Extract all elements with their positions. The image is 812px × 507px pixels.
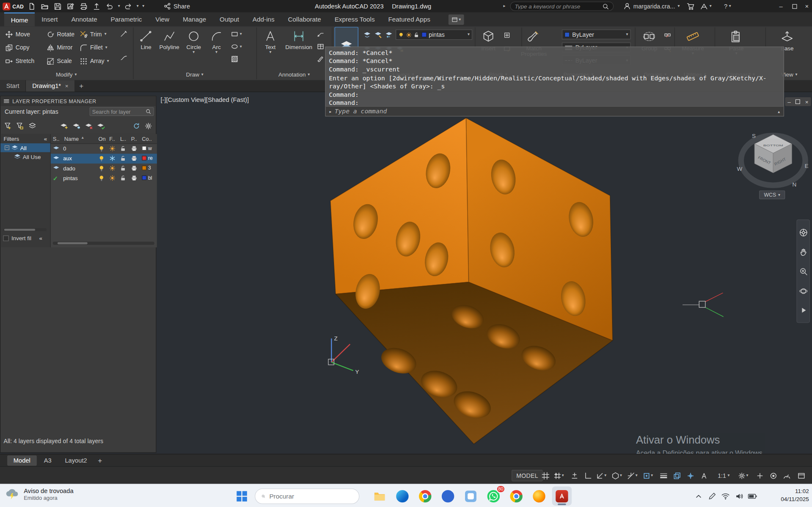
layer-row-aux[interactable]: aux re bbox=[51, 153, 157, 163]
tab-view[interactable]: View bbox=[149, 12, 176, 26]
dimension-button[interactable]: Dimension bbox=[284, 27, 314, 68]
object-snap-tracking-toggle[interactable]: ▾ bbox=[627, 470, 638, 481]
taskbar-chrome[interactable] bbox=[416, 486, 435, 505]
freeze-sun-icon[interactable] bbox=[109, 145, 116, 152]
checkbox-icon[interactable] bbox=[3, 235, 8, 241]
graphics-performance-toggle[interactable] bbox=[781, 470, 793, 481]
leader-tool-icon[interactable] bbox=[316, 30, 325, 39]
array-button[interactable]: Array▾ bbox=[79, 56, 110, 66]
tab-collaborate[interactable]: Collaborate bbox=[281, 12, 328, 26]
open-file-icon[interactable] bbox=[40, 2, 50, 11]
qat-customize-caret-icon[interactable]: ▾ bbox=[142, 4, 144, 8]
store-cart-button[interactable] bbox=[687, 0, 694, 12]
line-button[interactable]: Line bbox=[135, 27, 157, 68]
minimize-window-button[interactable]: – bbox=[776, 0, 786, 12]
edit-polyline-icon[interactable] bbox=[119, 30, 128, 39]
selection-cycling-toggle[interactable] bbox=[671, 470, 683, 481]
show-motion-icon[interactable] bbox=[799, 306, 807, 314]
layer-dropdown[interactable]: pintas ▾ bbox=[396, 30, 472, 40]
clean-screen-toggle[interactable] bbox=[795, 470, 807, 481]
isolate-objects-toggle[interactable] bbox=[768, 470, 779, 481]
mirror-button[interactable]: Mirror bbox=[46, 42, 74, 52]
layer-grid-header[interactable]: S.. Name ▲ On F.. L.. P.. Co.. bbox=[51, 134, 157, 144]
lock-icon[interactable] bbox=[120, 145, 127, 152]
fillet-button[interactable]: Fillet▾ bbox=[79, 42, 108, 52]
layer-row-0[interactable]: 0 w bbox=[51, 144, 157, 153]
navigation-wheel-icon[interactable] bbox=[799, 228, 808, 237]
create-block-icon[interactable] bbox=[502, 30, 512, 40]
filter-all[interactable]: − All bbox=[0, 143, 50, 152]
autodesk-apps-button[interactable]: ▾ bbox=[700, 0, 712, 12]
undo-icon[interactable] bbox=[105, 2, 114, 11]
circle-button[interactable]: Circle▾ bbox=[182, 27, 205, 68]
filter-all-used[interactable]: All Use bbox=[0, 152, 50, 161]
tab-a3[interactable]: A3 bbox=[38, 455, 58, 465]
copy-button[interactable]: Copy bbox=[4, 42, 30, 52]
command-input[interactable] bbox=[335, 108, 775, 115]
redo-caret-icon[interactable]: ▾ bbox=[137, 4, 139, 8]
tab-express-tools[interactable]: Express Tools bbox=[328, 12, 382, 26]
tab-output[interactable]: Output bbox=[213, 12, 246, 26]
tray-battery-icon[interactable] bbox=[747, 485, 758, 507]
new-layout-button[interactable]: + bbox=[94, 456, 106, 465]
new-drawing-button[interactable]: + bbox=[75, 80, 88, 92]
redo-icon[interactable] bbox=[124, 2, 133, 11]
snap-toggle[interactable]: ▾ bbox=[553, 470, 564, 481]
on-bulb-icon[interactable] bbox=[99, 145, 105, 152]
tray-wifi-icon[interactable] bbox=[720, 485, 731, 507]
palette-menu-icon[interactable] bbox=[4, 99, 9, 104]
tab-home[interactable]: Home bbox=[4, 12, 35, 26]
set-current-button[interactable] bbox=[96, 121, 106, 131]
tab-add-ins[interactable]: Add-ins bbox=[246, 12, 281, 26]
on-bulb-icon[interactable] bbox=[99, 155, 105, 162]
save-icon[interactable] bbox=[53, 2, 63, 11]
share-button[interactable]: Share bbox=[164, 0, 190, 12]
set-current-layer-icon[interactable] bbox=[363, 30, 372, 39]
tab-insert[interactable]: Insert bbox=[35, 12, 64, 26]
layer-color-cell[interactable]: w bbox=[142, 145, 152, 151]
table-tool-icon[interactable] bbox=[316, 42, 325, 51]
arc-button[interactable]: Arc▾ bbox=[206, 27, 227, 68]
plot-icon[interactable] bbox=[79, 2, 88, 11]
help-search-field[interactable] bbox=[510, 2, 614, 11]
plot-printer-icon[interactable] bbox=[131, 145, 138, 152]
tree-expander-icon[interactable]: − bbox=[5, 145, 9, 150]
taskbar-whatsapp[interactable]: 80 bbox=[484, 486, 504, 505]
on-bulb-icon[interactable] bbox=[99, 165, 105, 171]
annotation-visibility-toggle[interactable] bbox=[698, 470, 710, 481]
taskbar-chrome-2[interactable] bbox=[506, 486, 526, 505]
model-space-toggle[interactable]: MODEL bbox=[512, 470, 543, 481]
undo-caret-icon[interactable]: ▾ bbox=[118, 4, 120, 8]
close-window-button[interactable]: × bbox=[802, 0, 812, 12]
taskbar-firefox[interactable] bbox=[529, 486, 549, 505]
new-file-icon[interactable] bbox=[27, 2, 36, 11]
taskbar-search-input[interactable] bbox=[269, 493, 352, 500]
orbit-icon[interactable] bbox=[799, 287, 808, 296]
compass-east[interactable]: E bbox=[805, 163, 809, 169]
annotation-scale-selector[interactable]: 1:1▾ bbox=[716, 470, 732, 481]
tab-featured-apps[interactable]: Featured Apps bbox=[381, 12, 437, 26]
plot-printer-icon[interactable] bbox=[131, 155, 138, 162]
freeze-sun-icon[interactable] bbox=[109, 175, 116, 181]
layer-row-dado[interactable]: dado 3 bbox=[51, 164, 157, 173]
trim-button[interactable]: Trim▾ bbox=[79, 29, 107, 39]
layer-search-input[interactable] bbox=[92, 108, 144, 115]
help-search-input[interactable] bbox=[515, 3, 599, 9]
palette-title-bar[interactable]: LAYER PROPERTIES MANAGER bbox=[0, 96, 156, 106]
rotate-button[interactable]: Rotate bbox=[46, 29, 76, 39]
lock-icon[interactable] bbox=[120, 165, 127, 171]
invert-filter-checkbox[interactable]: Invert fil « bbox=[3, 235, 42, 241]
taskbar-file-explorer[interactable] bbox=[370, 486, 390, 505]
taskbar-photos[interactable] bbox=[461, 486, 481, 505]
wcs-selector[interactable]: WCS▾ bbox=[759, 190, 785, 199]
zoom-icon[interactable] bbox=[799, 267, 808, 276]
ortho-toggle[interactable] bbox=[582, 470, 594, 481]
freeze-snowflake-icon[interactable] bbox=[109, 155, 116, 162]
restore-icon[interactable] bbox=[795, 99, 800, 104]
layer-color-cell[interactable]: bl bbox=[142, 175, 152, 181]
plot-printer-icon[interactable] bbox=[131, 175, 138, 181]
collapse-filters-icon[interactable]: « bbox=[44, 136, 47, 142]
dynamic-input-toggle[interactable] bbox=[569, 470, 580, 481]
lock-icon[interactable] bbox=[120, 155, 127, 162]
ribbon-display-toggle[interactable]: ▾ bbox=[449, 14, 464, 25]
